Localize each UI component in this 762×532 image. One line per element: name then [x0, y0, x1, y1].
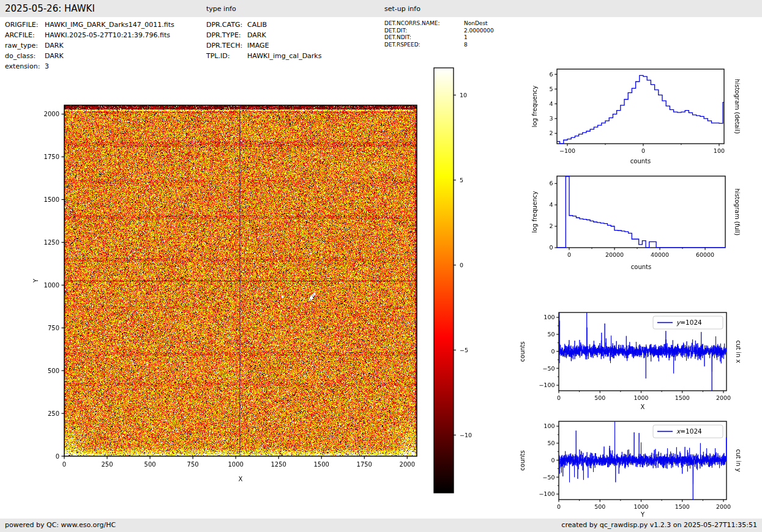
svg-text:1750: 1750: [44, 153, 59, 160]
svg-text:−50: −50: [542, 365, 555, 372]
svg-text:1500: 1500: [675, 503, 690, 510]
svg-text:1000: 1000: [633, 503, 648, 510]
svg-text:1000: 1000: [44, 282, 59, 289]
hist_full-line: [557, 177, 726, 248]
svg-text:0: 0: [557, 503, 561, 510]
svg-text:2000: 2000: [716, 394, 731, 401]
svg-text:1500: 1500: [675, 394, 690, 401]
svg-text:0: 0: [551, 348, 555, 355]
svg-text:4: 4: [549, 201, 553, 208]
svg-text:1500: 1500: [44, 196, 59, 203]
svg-text:x=1024: x=1024: [676, 427, 702, 435]
svg-text:X: X: [239, 476, 243, 482]
cut_y-chart: 0500100015002000100500−50−100Ycountscut …: [519, 417, 742, 519]
cut_y-legend: x=1024: [653, 425, 723, 438]
svg-text:250: 250: [101, 461, 113, 468]
svg-text:1000: 1000: [228, 461, 243, 468]
svg-text:1250: 1250: [271, 461, 286, 468]
svg-text:0: 0: [557, 394, 561, 401]
cut_x-chart: 0500100015002000100500−50−100Xcountscut …: [519, 306, 742, 410]
svg-text:0: 0: [641, 147, 645, 154]
svg-text:−10: −10: [460, 432, 472, 438]
svg-text:5: 5: [549, 86, 553, 92]
hist_detail-line: [556, 75, 727, 144]
svg-text:500: 500: [594, 394, 605, 401]
svg-text:log frequency: log frequency: [531, 86, 538, 128]
svg-text:1250: 1250: [44, 239, 59, 246]
svg-text:100: 100: [714, 147, 725, 154]
svg-text:2000: 2000: [716, 503, 731, 510]
svg-text:6: 6: [549, 180, 553, 187]
svg-text:0: 0: [549, 244, 553, 251]
svg-text:40000: 40000: [651, 251, 669, 258]
hist_detail-chart: −100010023456countslog frequencyhistogra…: [531, 69, 741, 164]
svg-text:500: 500: [594, 503, 605, 510]
svg-text:2: 2: [549, 130, 553, 136]
svg-text:3: 3: [549, 115, 553, 122]
colorbar-axes: 1050−5−10: [434, 68, 472, 493]
svg-text:6: 6: [549, 71, 553, 78]
svg-text:0: 0: [460, 262, 463, 268]
svg-text:histogram (full): histogram (full): [734, 188, 741, 235]
svg-text:counts: counts: [519, 341, 526, 361]
svg-text:1000: 1000: [633, 394, 648, 401]
svg-text:500: 500: [144, 461, 156, 468]
svg-text:2000: 2000: [44, 111, 59, 117]
svg-text:4: 4: [549, 100, 553, 107]
svg-text:counts: counts: [631, 264, 651, 270]
svg-text:0: 0: [62, 461, 66, 468]
svg-text:500: 500: [48, 368, 59, 374]
svg-text:1750: 1750: [357, 461, 372, 468]
svg-text:−100: −100: [539, 382, 555, 388]
svg-text:cut in y: cut in y: [735, 449, 742, 471]
svg-text:0: 0: [551, 457, 555, 464]
svg-text:10: 10: [460, 92, 467, 98]
svg-text:log frequency: log frequency: [531, 191, 538, 233]
svg-text:50: 50: [547, 331, 555, 338]
cut_x-legend: y=1024: [653, 316, 723, 329]
svg-text:Y: Y: [32, 278, 39, 283]
svg-text:−5: −5: [460, 347, 468, 353]
svg-text:750: 750: [48, 325, 59, 331]
svg-text:250: 250: [48, 410, 59, 417]
qc-report-page: 2025-05-26: HAWKI type info set-up info …: [0, 0, 762, 532]
svg-text:50: 50: [547, 440, 555, 446]
svg-text:counts: counts: [630, 158, 651, 164]
svg-text:counts: counts: [519, 450, 526, 470]
svg-text:2000: 2000: [400, 461, 415, 468]
charts-overlay: 0250500750100012501500175020000250500750…: [0, 0, 762, 532]
svg-text:X: X: [641, 404, 645, 410]
svg-text:−50: −50: [542, 474, 555, 481]
svg-text:histogram (detail): histogram (detail): [734, 79, 741, 134]
svg-text:2: 2: [549, 223, 553, 229]
svg-text:20000: 20000: [605, 251, 624, 258]
svg-text:60000: 60000: [696, 251, 714, 258]
main-image-axes: 0250500750100012501500175020000250500750…: [32, 105, 417, 482]
svg-text:100: 100: [543, 423, 555, 429]
svg-text:750: 750: [187, 461, 199, 468]
svg-text:−100: −100: [559, 147, 575, 154]
hist_full-chart: 02000040000600000246countslog frequencyh…: [531, 176, 741, 270]
svg-text:100: 100: [543, 314, 555, 320]
svg-text:0: 0: [56, 453, 59, 460]
svg-text:y=1024: y=1024: [676, 319, 702, 327]
svg-text:Y: Y: [640, 511, 645, 518]
svg-text:0: 0: [567, 251, 571, 258]
svg-text:−100: −100: [539, 490, 555, 497]
svg-text:5: 5: [460, 177, 463, 183]
svg-text:cut in x: cut in x: [735, 340, 742, 363]
svg-text:1500: 1500: [314, 461, 329, 468]
